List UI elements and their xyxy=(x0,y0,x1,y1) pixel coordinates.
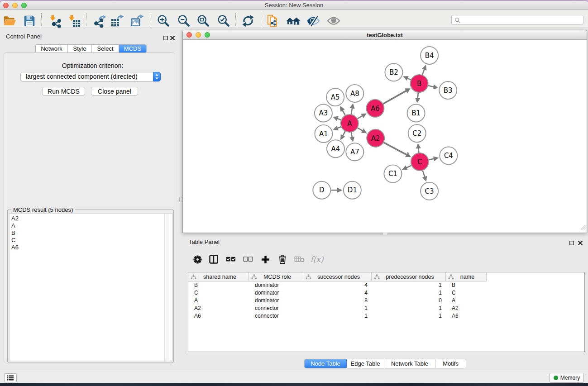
table-cell[interactable]: dominator xyxy=(255,289,300,297)
task-history-button[interactable] xyxy=(4,373,17,382)
tab-edge-table[interactable]: Edge Table xyxy=(347,359,384,368)
table-cell[interactable]: connector xyxy=(255,305,300,312)
select-all-columns-icon[interactable] xyxy=(225,253,237,265)
table-row[interactable]: A6connector11A6 xyxy=(188,312,584,320)
create-column-icon[interactable] xyxy=(259,253,271,265)
tab-network[interactable]: Network xyxy=(36,45,68,52)
tab-select[interactable]: Select xyxy=(92,45,119,52)
split-divider-grip[interactable] xyxy=(179,197,182,202)
tab-motifs[interactable]: Motifs xyxy=(435,359,466,368)
graph-edge-A-A8[interactable] xyxy=(351,108,353,114)
scrollbar-track[interactable] xyxy=(164,214,168,361)
close-panel-icon[interactable] xyxy=(578,239,583,247)
close-panel-icon[interactable] xyxy=(170,34,175,42)
zoom-out-icon[interactable] xyxy=(177,14,191,28)
table-cell[interactable]: 1 xyxy=(372,281,442,289)
float-panel-icon[interactable] xyxy=(569,239,574,247)
node-table[interactable]: shared nameMCDS rolesuccessor nodesprede… xyxy=(188,272,585,352)
table-cell[interactable]: A6 xyxy=(452,312,483,320)
table-cell[interactable]: connector xyxy=(255,312,300,320)
table-cell[interactable]: C xyxy=(194,289,246,297)
graph-edge-A-A5[interactable] xyxy=(342,110,345,115)
function-builder-icon[interactable]: f(x) xyxy=(311,253,323,265)
zoom-selected-icon[interactable] xyxy=(216,14,231,28)
hide-selected-icon[interactable] xyxy=(306,14,320,28)
tab-mcds[interactable]: MCDS xyxy=(119,45,146,52)
column-header-successor-nodes[interactable]: successor nodes xyxy=(303,272,372,281)
column-header-predecessor-nodes[interactable]: predecessor nodes xyxy=(372,272,446,281)
table-cell[interactable]: 1 xyxy=(303,305,368,312)
result-item[interactable]: B xyxy=(10,229,172,237)
new-network-from-selection-icon[interactable] xyxy=(266,14,281,28)
show-all-icon[interactable] xyxy=(326,14,341,28)
export-network-icon[interactable] xyxy=(93,14,107,28)
zoom-fit-icon[interactable] xyxy=(196,14,210,28)
graph-edge-B-B1[interactable] xyxy=(417,92,418,99)
table-cell[interactable]: 1 xyxy=(372,312,442,320)
column-header-shared-name[interactable]: shared name xyxy=(188,272,249,281)
table-cell[interactable]: A6 xyxy=(194,312,246,320)
search-input[interactable] xyxy=(451,15,583,25)
result-item[interactable]: A6 xyxy=(10,244,172,251)
graph-edge-C-C4[interactable] xyxy=(429,158,435,160)
import-network-icon[interactable] xyxy=(48,14,62,28)
graph-edge-A6-B[interactable] xyxy=(383,91,406,104)
memory-button[interactable]: Memory xyxy=(550,373,584,383)
table-cell[interactable]: 1 xyxy=(372,305,442,312)
table-cell[interactable]: dominator xyxy=(255,281,300,289)
run-mcds-button[interactable]: Run MCDS xyxy=(42,87,85,95)
apply-layout-icon[interactable] xyxy=(241,14,255,28)
save-session-icon[interactable] xyxy=(22,14,37,28)
table-cell[interactable]: A xyxy=(452,297,483,305)
table-cell[interactable]: 1 xyxy=(303,312,368,320)
graph-edge-C-C1[interactable] xyxy=(406,166,411,168)
tab-network-table[interactable]: Network Table xyxy=(384,359,435,368)
graph-edge-C-C3[interactable] xyxy=(423,170,425,177)
show-column-panel-icon[interactable] xyxy=(208,253,220,265)
tab-style[interactable]: Style xyxy=(68,45,92,52)
graph-edge-B-B4[interactable] xyxy=(422,69,425,75)
result-item[interactable]: C xyxy=(10,237,172,244)
table-row[interactable]: A2connector11A2 xyxy=(188,305,584,312)
graph-edge-A2-C[interactable] xyxy=(383,143,407,155)
criterion-dropdown[interactable]: largest connected component (directed) xyxy=(20,72,161,81)
column-header-MCDS-role[interactable]: MCDS role xyxy=(249,272,303,281)
delete-columns-icon[interactable] xyxy=(277,253,288,265)
import-table-icon[interactable] xyxy=(67,14,81,28)
table-cell[interactable]: C xyxy=(452,289,483,297)
table-cell[interactable]: A2 xyxy=(452,305,483,312)
unselect-all-columns-icon[interactable] xyxy=(242,253,254,265)
tab-node-table[interactable]: Node Table xyxy=(305,359,347,368)
column-header-name[interactable]: name xyxy=(446,272,487,281)
graph-edge-A-A6[interactable] xyxy=(358,115,363,119)
column-settings-icon[interactable] xyxy=(191,253,203,265)
table-cell[interactable]: 8 xyxy=(303,297,368,305)
close-panel-button[interactable]: Close panel xyxy=(91,87,138,95)
table-cell[interactable]: 1 xyxy=(372,289,442,297)
network-canvas[interactable]: B4B2BB3B1A5A8A3A6AA1A4A7A2C2C4CC1C3DD1 xyxy=(183,40,587,233)
export-image-icon[interactable] xyxy=(130,14,144,28)
table-row[interactable]: Adominator80A xyxy=(188,297,584,305)
graph-edge-A-A2[interactable] xyxy=(358,128,363,131)
table-cell[interactable]: 4 xyxy=(303,289,368,297)
graph-edge-B-B3[interactable] xyxy=(428,86,434,87)
table-cell[interactable]: B xyxy=(452,281,483,289)
export-table-icon[interactable] xyxy=(110,14,124,28)
zoom-in-icon[interactable] xyxy=(156,14,171,28)
delete-table-icon[interactable] xyxy=(293,253,305,265)
mcds-result-list[interactable]: A2ABCA6 xyxy=(9,213,172,361)
table-cell[interactable]: dominator xyxy=(255,297,300,305)
table-cell[interactable]: A2 xyxy=(194,305,246,312)
open-session-icon[interactable] xyxy=(2,14,17,28)
table-cell[interactable]: B xyxy=(194,281,246,289)
table-cell[interactable]: 4 xyxy=(303,281,368,289)
float-panel-icon[interactable] xyxy=(163,34,168,42)
network-window-titlebar[interactable]: testGlobe.txt xyxy=(183,30,587,40)
table-row[interactable]: Cdominator41C xyxy=(188,289,584,297)
first-neighbors-icon[interactable] xyxy=(286,14,301,28)
result-item[interactable]: A xyxy=(10,222,172,229)
table-cell[interactable]: A xyxy=(194,297,246,305)
table-cell[interactable]: 0 xyxy=(372,297,442,305)
table-row[interactable]: Bdominator41B xyxy=(188,281,584,289)
resize-grip-icon[interactable] xyxy=(581,224,586,232)
